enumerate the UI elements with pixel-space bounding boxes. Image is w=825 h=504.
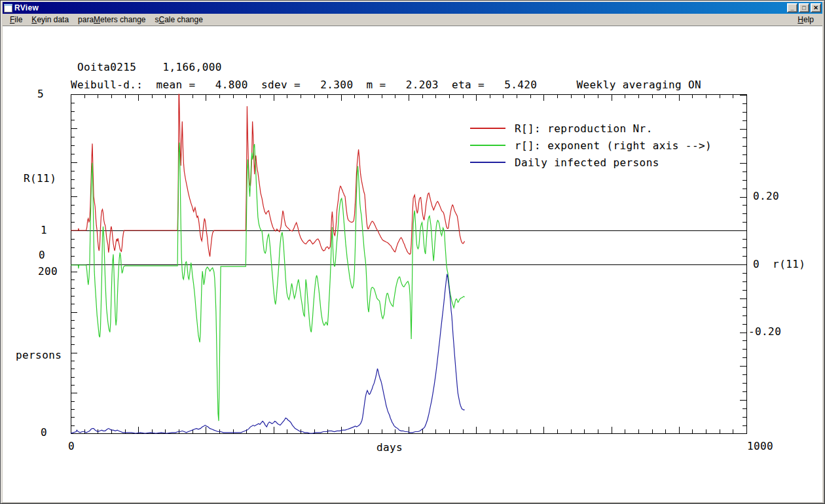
menu-scale-change[interactable]: sCale change (151, 14, 208, 26)
maximize-button[interactable]: □ (799, 3, 809, 12)
menu-keyin-data[interactable]: Keyin data (27, 14, 73, 26)
menu-help[interactable]: Help (793, 14, 818, 26)
window-title: RView (14, 3, 39, 12)
rview-window: { "window": { "title": "RView", "control… (0, 0, 825, 504)
title-bar: RView _ □ ✕ (3, 2, 822, 14)
window-controls: _ □ ✕ (787, 3, 822, 12)
minimize-button[interactable]: _ (787, 3, 798, 12)
menu-parameters-change[interactable]: paraMeters change (73, 14, 150, 26)
app-icon (4, 4, 12, 12)
menu-bar: File Keyin data paraMeters change sCale … (3, 14, 822, 26)
chart-client-area (3, 26, 822, 502)
close-button[interactable]: ✕ (811, 3, 821, 12)
menu-file[interactable]: File (5, 14, 27, 26)
